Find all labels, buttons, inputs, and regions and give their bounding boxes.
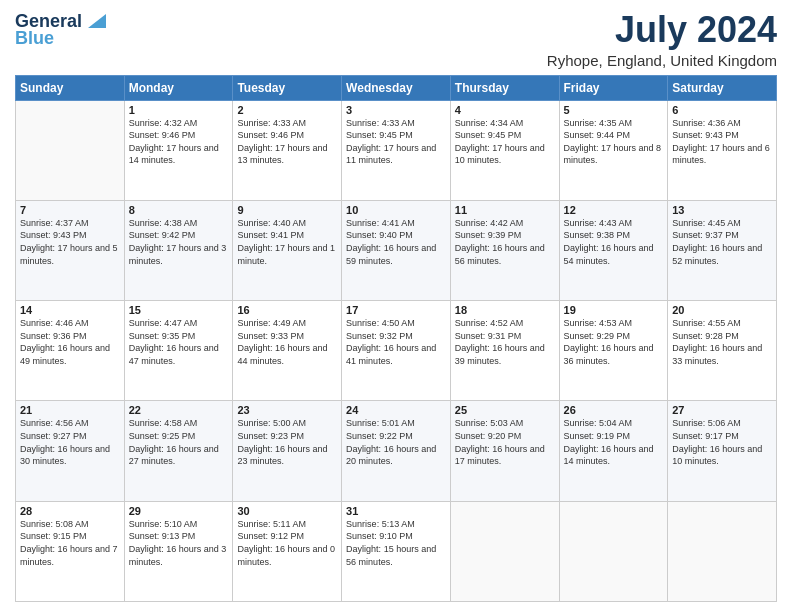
day-number: 7: [20, 204, 120, 216]
col-wednesday: Wednesday: [342, 75, 451, 100]
logo-triangle-icon: [84, 10, 106, 32]
table-row: 31Sunrise: 5:13 AMSunset: 9:10 PMDayligh…: [342, 501, 451, 601]
col-friday: Friday: [559, 75, 668, 100]
day-info: Sunrise: 5:04 AMSunset: 9:19 PMDaylight:…: [564, 417, 664, 467]
day-number: 21: [20, 404, 120, 416]
day-info: Sunrise: 4:36 AMSunset: 9:43 PMDaylight:…: [672, 117, 772, 167]
day-info: Sunrise: 4:38 AMSunset: 9:42 PMDaylight:…: [129, 217, 229, 267]
day-info: Sunrise: 5:06 AMSunset: 9:17 PMDaylight:…: [672, 417, 772, 467]
table-row: [16, 100, 125, 200]
col-sunday: Sunday: [16, 75, 125, 100]
day-info: Sunrise: 4:43 AMSunset: 9:38 PMDaylight:…: [564, 217, 664, 267]
day-info: Sunrise: 5:00 AMSunset: 9:23 PMDaylight:…: [237, 417, 337, 467]
day-info: Sunrise: 4:52 AMSunset: 9:31 PMDaylight:…: [455, 317, 555, 367]
table-row: 24Sunrise: 5:01 AMSunset: 9:22 PMDayligh…: [342, 401, 451, 501]
table-row: 21Sunrise: 4:56 AMSunset: 9:27 PMDayligh…: [16, 401, 125, 501]
day-number: 16: [237, 304, 337, 316]
table-row: 10Sunrise: 4:41 AMSunset: 9:40 PMDayligh…: [342, 200, 451, 300]
day-number: 15: [129, 304, 229, 316]
day-number: 24: [346, 404, 446, 416]
table-row: 7Sunrise: 4:37 AMSunset: 9:43 PMDaylight…: [16, 200, 125, 300]
day-info: Sunrise: 4:49 AMSunset: 9:33 PMDaylight:…: [237, 317, 337, 367]
table-row: 22Sunrise: 4:58 AMSunset: 9:25 PMDayligh…: [124, 401, 233, 501]
table-row: 16Sunrise: 4:49 AMSunset: 9:33 PMDayligh…: [233, 301, 342, 401]
day-number: 22: [129, 404, 229, 416]
day-number: 9: [237, 204, 337, 216]
day-info: Sunrise: 5:01 AMSunset: 9:22 PMDaylight:…: [346, 417, 446, 467]
logo: General Blue: [15, 10, 106, 49]
day-number: 23: [237, 404, 337, 416]
table-row: 18Sunrise: 4:52 AMSunset: 9:31 PMDayligh…: [450, 301, 559, 401]
day-number: 20: [672, 304, 772, 316]
day-info: Sunrise: 4:58 AMSunset: 9:25 PMDaylight:…: [129, 417, 229, 467]
table-row: 29Sunrise: 5:10 AMSunset: 9:13 PMDayligh…: [124, 501, 233, 601]
table-row: 9Sunrise: 4:40 AMSunset: 9:41 PMDaylight…: [233, 200, 342, 300]
day-info: Sunrise: 4:50 AMSunset: 9:32 PMDaylight:…: [346, 317, 446, 367]
day-number: 17: [346, 304, 446, 316]
location: Ryhope, England, United Kingdom: [547, 52, 777, 69]
day-number: 6: [672, 104, 772, 116]
table-row: 2Sunrise: 4:33 AMSunset: 9:46 PMDaylight…: [233, 100, 342, 200]
table-row: 11Sunrise: 4:42 AMSunset: 9:39 PMDayligh…: [450, 200, 559, 300]
table-row: 27Sunrise: 5:06 AMSunset: 9:17 PMDayligh…: [668, 401, 777, 501]
day-number: 26: [564, 404, 664, 416]
title-block: July 2024 Ryhope, England, United Kingdo…: [547, 10, 777, 69]
calendar-week-row: 1Sunrise: 4:32 AMSunset: 9:46 PMDaylight…: [16, 100, 777, 200]
day-number: 2: [237, 104, 337, 116]
table-row: 23Sunrise: 5:00 AMSunset: 9:23 PMDayligh…: [233, 401, 342, 501]
col-tuesday: Tuesday: [233, 75, 342, 100]
table-row: 19Sunrise: 4:53 AMSunset: 9:29 PMDayligh…: [559, 301, 668, 401]
table-row: 14Sunrise: 4:46 AMSunset: 9:36 PMDayligh…: [16, 301, 125, 401]
day-number: 27: [672, 404, 772, 416]
table-row: [450, 501, 559, 601]
day-number: 4: [455, 104, 555, 116]
day-number: 13: [672, 204, 772, 216]
table-row: [559, 501, 668, 601]
day-number: 8: [129, 204, 229, 216]
table-row: 13Sunrise: 4:45 AMSunset: 9:37 PMDayligh…: [668, 200, 777, 300]
table-row: 20Sunrise: 4:55 AMSunset: 9:28 PMDayligh…: [668, 301, 777, 401]
day-info: Sunrise: 5:10 AMSunset: 9:13 PMDaylight:…: [129, 518, 229, 568]
svg-marker-0: [88, 14, 106, 28]
calendar-week-row: 14Sunrise: 4:46 AMSunset: 9:36 PMDayligh…: [16, 301, 777, 401]
calendar-table: Sunday Monday Tuesday Wednesday Thursday…: [15, 75, 777, 602]
table-row: 5Sunrise: 4:35 AMSunset: 9:44 PMDaylight…: [559, 100, 668, 200]
day-info: Sunrise: 4:46 AMSunset: 9:36 PMDaylight:…: [20, 317, 120, 367]
table-row: 17Sunrise: 4:50 AMSunset: 9:32 PMDayligh…: [342, 301, 451, 401]
table-row: 4Sunrise: 4:34 AMSunset: 9:45 PMDaylight…: [450, 100, 559, 200]
page: General Blue July 2024 Ryhope, England, …: [0, 0, 792, 612]
table-row: 30Sunrise: 5:11 AMSunset: 9:12 PMDayligh…: [233, 501, 342, 601]
day-info: Sunrise: 4:34 AMSunset: 9:45 PMDaylight:…: [455, 117, 555, 167]
day-info: Sunrise: 4:37 AMSunset: 9:43 PMDaylight:…: [20, 217, 120, 267]
day-info: Sunrise: 5:11 AMSunset: 9:12 PMDaylight:…: [237, 518, 337, 568]
day-info: Sunrise: 4:42 AMSunset: 9:39 PMDaylight:…: [455, 217, 555, 267]
day-info: Sunrise: 4:33 AMSunset: 9:46 PMDaylight:…: [237, 117, 337, 167]
calendar-week-row: 28Sunrise: 5:08 AMSunset: 9:15 PMDayligh…: [16, 501, 777, 601]
table-row: 25Sunrise: 5:03 AMSunset: 9:20 PMDayligh…: [450, 401, 559, 501]
day-info: Sunrise: 4:53 AMSunset: 9:29 PMDaylight:…: [564, 317, 664, 367]
table-row: 15Sunrise: 4:47 AMSunset: 9:35 PMDayligh…: [124, 301, 233, 401]
table-row: 8Sunrise: 4:38 AMSunset: 9:42 PMDaylight…: [124, 200, 233, 300]
day-number: 14: [20, 304, 120, 316]
day-number: 12: [564, 204, 664, 216]
day-info: Sunrise: 4:33 AMSunset: 9:45 PMDaylight:…: [346, 117, 446, 167]
day-info: Sunrise: 4:56 AMSunset: 9:27 PMDaylight:…: [20, 417, 120, 467]
table-row: 26Sunrise: 5:04 AMSunset: 9:19 PMDayligh…: [559, 401, 668, 501]
day-number: 30: [237, 505, 337, 517]
calendar-week-row: 7Sunrise: 4:37 AMSunset: 9:43 PMDaylight…: [16, 200, 777, 300]
calendar-week-row: 21Sunrise: 4:56 AMSunset: 9:27 PMDayligh…: [16, 401, 777, 501]
day-info: Sunrise: 5:03 AMSunset: 9:20 PMDaylight:…: [455, 417, 555, 467]
col-thursday: Thursday: [450, 75, 559, 100]
day-info: Sunrise: 4:32 AMSunset: 9:46 PMDaylight:…: [129, 117, 229, 167]
day-info: Sunrise: 4:35 AMSunset: 9:44 PMDaylight:…: [564, 117, 664, 167]
day-number: 31: [346, 505, 446, 517]
day-info: Sunrise: 4:55 AMSunset: 9:28 PMDaylight:…: [672, 317, 772, 367]
col-monday: Monday: [124, 75, 233, 100]
day-info: Sunrise: 4:45 AMSunset: 9:37 PMDaylight:…: [672, 217, 772, 267]
header: General Blue July 2024 Ryhope, England, …: [15, 10, 777, 69]
day-info: Sunrise: 4:47 AMSunset: 9:35 PMDaylight:…: [129, 317, 229, 367]
day-number: 28: [20, 505, 120, 517]
table-row: 6Sunrise: 4:36 AMSunset: 9:43 PMDaylight…: [668, 100, 777, 200]
day-number: 29: [129, 505, 229, 517]
day-number: 1: [129, 104, 229, 116]
